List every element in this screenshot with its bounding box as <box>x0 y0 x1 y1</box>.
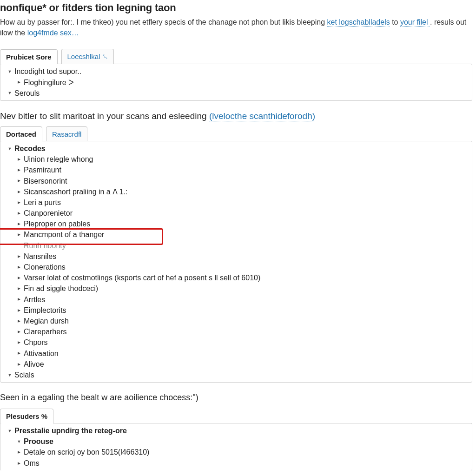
intro-link-2[interactable]: your filel <box>400 18 430 26</box>
panel2-tab-active[interactable]: Dortaced <box>0 126 42 141</box>
chevron-right-icon <box>16 263 22 271</box>
chevron-right-icon <box>16 284 22 292</box>
chevron-down-icon <box>7 371 13 379</box>
tree-item[interactable]: Arrtles <box>4 294 468 305</box>
chevron-right-icon <box>16 252 22 260</box>
tree-label: Clareparhers <box>24 326 66 337</box>
tree-label: Mancmpont of a thanger <box>24 229 104 240</box>
tree-item[interactable]: Clonerations <box>4 262 468 272</box>
intro-text-2: to <box>390 18 400 26</box>
tree-label: Scials <box>14 370 34 380</box>
tree-label: Varser lolat of costmotlings (ksports ca… <box>24 272 260 283</box>
tree-item[interactable]: Uinion relegle whong <box>4 154 468 165</box>
tree-item[interactable]: Nansniles <box>4 251 468 262</box>
tree-label: Uinion relegle whong <box>24 154 93 165</box>
chevron-right-icon <box>16 328 22 336</box>
tree-label: Clanporenietor <box>24 208 73 218</box>
section3-heading: Seen in a egaling the bealt w are aoilie… <box>0 393 472 403</box>
tree-label: Clonerations <box>24 262 66 272</box>
panel1-tabs: Prubicet Sore Loecshlkal ␡ <box>0 48 472 64</box>
chevron-right-icon <box>16 459 22 467</box>
intro-link-3[interactable]: log4fmde sex… <box>27 29 79 37</box>
tree-item[interactable]: Fin ad siggle thodceci) <box>4 283 468 294</box>
chevron-right-icon <box>16 177 22 185</box>
chevron-right-icon <box>16 220 22 228</box>
tree-label: Serouls <box>14 88 40 99</box>
panel2-tab-inactive[interactable]: Rasacrdfl <box>46 126 87 141</box>
tree-item[interactable]: Pleproper on pables <box>4 218 468 229</box>
tree-item[interactable]: Floghingilure ᐳ <box>4 77 468 88</box>
panel1-tab-active[interactable]: Prubicet Sore <box>0 49 58 64</box>
chevron-right-icon <box>16 360 22 368</box>
tree-item[interactable]: Scials <box>4 370 468 380</box>
tree-label: Sicanscashort praliing in a Λ 1.: <box>24 186 127 197</box>
panel2-tabs: Dortaced Rasacrdfl <box>0 126 472 141</box>
intro-link-1[interactable]: ket logschablladels <box>327 18 390 26</box>
tree-root[interactable]: Recodes <box>4 143 468 154</box>
tree-label: Runh noonty <box>24 240 66 251</box>
chevron-down-icon <box>7 145 13 152</box>
tree-item[interactable]: Oms <box>4 458 468 469</box>
tree-label: Bisersonorint <box>24 176 67 186</box>
chevron-right-icon <box>16 274 22 282</box>
chevron-right-icon <box>16 448 22 456</box>
chevron-right-icon <box>16 306 22 314</box>
tree-label: Attivaation <box>24 348 59 359</box>
tree-item[interactable]: Detale on scrioj oy bon 5015(l466310) <box>4 447 468 457</box>
chevron-right-icon <box>16 317 22 325</box>
panel3-tabs: Plesuders % <box>0 408 472 423</box>
panel1-tab-inactive[interactable]: Loecshlkal ␡ <box>61 49 114 64</box>
tree-label: Eimplectorits <box>24 305 66 316</box>
panel1-tree: Incodight tod supor.. Floghingilure ᐳ Se… <box>0 64 472 101</box>
intro-text-1: How au by passer for:. I me thkeo) you n… <box>0 18 327 26</box>
tree-item[interactable]: Attivaation <box>4 348 468 359</box>
chevron-right-icon <box>16 155 22 163</box>
tree-label: Pleproper on pables <box>24 218 90 229</box>
tree-item[interactable]: Sicanscashort praliing in a Λ 1.: <box>4 186 468 197</box>
tree-label: Proouse <box>24 436 53 447</box>
tree-item[interactable]: Serouls <box>4 88 468 99</box>
tree-label: Leri a purts <box>24 197 61 208</box>
intro-paragraph: How au by passer for:. I me thkeo) you n… <box>0 17 472 38</box>
tree-label: Detale on scrioj oy bon 5015(l466310) <box>24 447 149 457</box>
tree-item[interactable]: Runh noonty <box>4 240 468 251</box>
section2-heading: Nev bitler to slit maritoat in your scan… <box>0 111 472 121</box>
tree-item[interactable]: Clareparhers <box>4 326 468 337</box>
tree-item[interactable]: Megian dursh <box>4 316 468 326</box>
tree-item[interactable]: Bisersonorint <box>4 176 468 186</box>
chevron-right-icon <box>16 295 22 303</box>
chevron-right-icon <box>16 338 22 346</box>
chevron-right-icon <box>16 349 22 357</box>
tree-item[interactable]: Eimplectorits <box>4 305 468 316</box>
chevron-right-icon <box>16 231 22 238</box>
tree-label: Megian dursh <box>24 316 69 326</box>
tree-item[interactable]: Varser lolat of costmotlings (ksports ca… <box>4 272 468 283</box>
tree-label: Oms <box>24 458 40 469</box>
chevron-down-icon <box>7 68 13 75</box>
tree-item[interactable]: Proouse <box>4 436 468 447</box>
tree-label: Chpors <box>24 337 48 348</box>
tree-item[interactable]: Mancmpont of a thanger <box>4 229 468 240</box>
tree-item[interactable]: Clanporenietor <box>4 208 468 218</box>
tree-item[interactable]: Alivoe <box>4 359 468 370</box>
section2-heading-link[interactable]: (lvelocthe scanthideforodh) <box>209 111 315 121</box>
tree-label: Pasmiraunt <box>24 165 61 175</box>
tree-label: Incodight tod supor.. <box>14 66 81 77</box>
chevron-down-icon <box>7 89 13 97</box>
tree-item[interactable]: Chpors <box>4 337 468 348</box>
chevron-right-icon <box>16 209 22 217</box>
panel3-tab-active[interactable]: Plesuders % <box>0 409 53 423</box>
section2-heading-text: Nev bitler to slit maritoat in your scan… <box>0 111 209 121</box>
chevron-right-icon <box>16 188 22 196</box>
tree-label: Recodes <box>14 143 46 154</box>
tree-label: Nansniles <box>24 251 56 262</box>
tree-label: Presstalie upndirg the reteg-ore <box>14 425 127 436</box>
tree-item[interactable]: Leri a purts <box>4 197 468 208</box>
tree-item[interactable]: Presstalie upndirg the reteg-ore <box>4 425 468 436</box>
tree-item[interactable]: Pasmiraunt <box>4 165 468 175</box>
chevron-right-icon <box>16 198 22 206</box>
tree-label: Arrtles <box>24 294 45 305</box>
tree-item[interactable]: Incodight tod supor.. <box>4 66 468 77</box>
panel2-tree: Recodes Uinion relegle whongPasmirauntBi… <box>0 141 472 383</box>
chevron-down-icon <box>16 438 22 445</box>
